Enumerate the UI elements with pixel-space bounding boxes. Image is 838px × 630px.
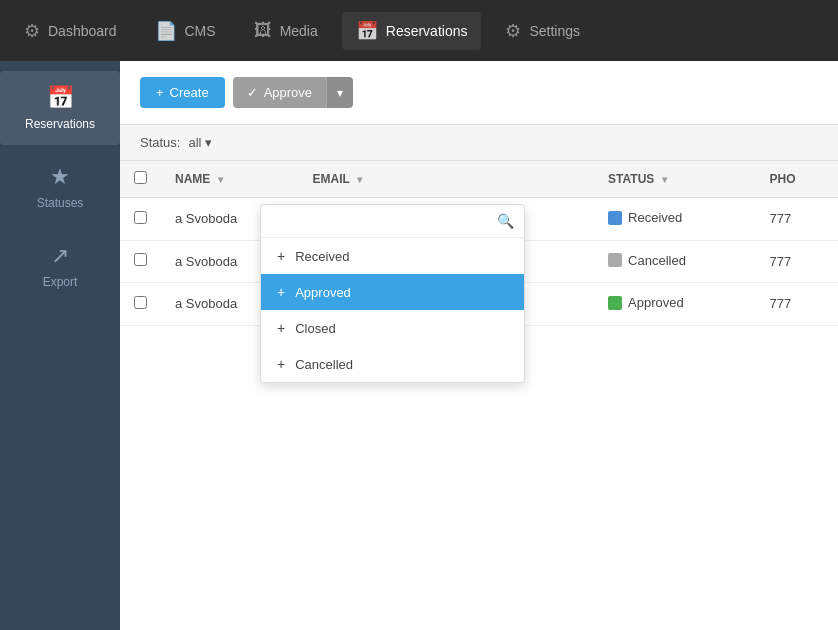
nav-label-dashboard: Dashboard [48, 23, 117, 39]
filter-bar: Status: all ▾ [120, 125, 838, 161]
dropdown-item-approved[interactable]: + Approved [261, 274, 524, 310]
dashboard-icon: ⚙ [24, 20, 40, 42]
sidebar-label-export: Export [43, 275, 78, 289]
col-phone-label: PHO [770, 172, 796, 186]
settings-icon: ⚙ [505, 20, 521, 42]
sidebar: 📅 Reservations ★ Statuses ↗ Export [0, 61, 120, 630]
sidebar-statuses-icon: ★ [50, 164, 70, 190]
cancelled-plus-icon: + [277, 356, 285, 372]
row-checkbox-0[interactable] [134, 211, 147, 224]
approve-label: Approve [264, 85, 312, 100]
nav-item-settings[interactable]: ⚙ Settings [491, 12, 594, 50]
status-label-2: Approved [628, 295, 684, 310]
status-label-1: Cancelled [628, 253, 686, 268]
status-dot-2 [608, 296, 622, 310]
approve-arrow-icon: ▾ [337, 86, 343, 100]
dropdown-item-closed[interactable]: + Closed [261, 310, 524, 346]
status-filter-label: Status: [140, 135, 180, 150]
sidebar-item-statuses[interactable]: ★ Statuses [0, 150, 120, 224]
nav-item-cms[interactable]: 📄 CMS [141, 12, 230, 50]
reservations-nav-icon: 📅 [356, 20, 378, 42]
create-button[interactable]: + Create [140, 77, 225, 108]
approve-check-icon: ✓ [247, 85, 258, 100]
media-icon: 🖼 [254, 20, 272, 41]
status-sort-icon[interactable]: ▾ [662, 174, 667, 185]
status-filter-select[interactable]: all ▾ [188, 135, 212, 150]
nav-item-media[interactable]: 🖼 Media [240, 12, 332, 49]
search-icon: 🔍 [497, 213, 514, 229]
col-name: NAME ▾ [161, 161, 299, 198]
dropdown-item-cancelled[interactable]: + Cancelled [261, 346, 524, 382]
sidebar-item-reservations[interactable]: 📅 Reservations [0, 71, 120, 145]
status-dot-0 [608, 211, 622, 225]
dropdown-item-closed-label: Closed [295, 321, 335, 336]
col-checkbox [120, 161, 161, 198]
col-email-label: EMAIL [313, 172, 350, 186]
status-dropdown: 🔍 + Received + Approved + Closed + Cance… [260, 204, 525, 383]
approve-group: ✓ Approve ▾ [233, 77, 353, 108]
nav-label-settings: Settings [529, 23, 580, 39]
sidebar-item-export[interactable]: ↗ Export [0, 229, 120, 303]
col-email: EMAIL ▾ [299, 161, 595, 198]
dropdown-item-cancelled-label: Cancelled [295, 357, 353, 372]
status-filter-value: all [188, 135, 201, 150]
cell-phone-2: 777 [756, 283, 838, 326]
cell-phone-0: 777 [756, 198, 838, 241]
row-checkbox-1[interactable] [134, 253, 147, 266]
dropdown-item-received-label: Received [295, 249, 349, 264]
nav-label-media: Media [280, 23, 318, 39]
layout: 📅 Reservations ★ Statuses ↗ Export + Cre… [0, 61, 838, 630]
cell-phone-1: 777 [756, 240, 838, 283]
select-all-checkbox[interactable] [134, 171, 147, 184]
name-sort-icon[interactable]: ▾ [218, 174, 223, 185]
dropdown-search-input[interactable] [271, 214, 497, 229]
nav-label-reservations: Reservations [386, 23, 468, 39]
sidebar-export-icon: ↗ [51, 243, 69, 269]
approve-button[interactable]: ✓ Approve [233, 77, 326, 108]
sidebar-label-reservations: Reservations [25, 117, 95, 131]
toolbar: + Create ✓ Approve ▾ [120, 61, 838, 125]
dropdown-search-bar: 🔍 [261, 205, 524, 238]
dropdown-item-approved-label: Approved [295, 285, 351, 300]
closed-plus-icon: + [277, 320, 285, 336]
nav-item-dashboard[interactable]: ⚙ Dashboard [10, 12, 131, 50]
sidebar-label-statuses: Statuses [37, 196, 84, 210]
email-sort-icon[interactable]: ▾ [357, 174, 362, 185]
table-container: 🔍 + Received + Approved + Closed + Cance… [120, 161, 838, 630]
approve-arrow-button[interactable]: ▾ [326, 77, 353, 108]
cell-status-1: Cancelled [594, 240, 755, 283]
received-plus-icon: + [277, 248, 285, 264]
status-filter-chevron: ▾ [205, 135, 212, 150]
col-status-label: STATUS [608, 172, 654, 186]
cms-icon: 📄 [155, 20, 177, 42]
dropdown-item-received[interactable]: + Received [261, 238, 524, 274]
create-label: Create [170, 85, 209, 100]
cell-status-2: Approved [594, 283, 755, 326]
approved-plus-icon: + [277, 284, 285, 300]
nav-item-reservations[interactable]: 📅 Reservations [342, 12, 482, 50]
row-checkbox-2[interactable] [134, 296, 147, 309]
nav-label-cms: CMS [185, 23, 216, 39]
status-label-0: Received [628, 210, 682, 225]
col-status: STATUS ▾ [594, 161, 755, 198]
create-plus-icon: + [156, 85, 164, 100]
col-phone: PHO [756, 161, 838, 198]
table-header: NAME ▾ EMAIL ▾ STATUS ▾ PHO [120, 161, 838, 198]
sidebar-reservations-icon: 📅 [47, 85, 74, 111]
status-dot-1 [608, 253, 622, 267]
col-name-label: NAME [175, 172, 210, 186]
main-content: + Create ✓ Approve ▾ Status: all ▾ [120, 61, 838, 630]
cell-status-0: Received [594, 198, 755, 241]
top-nav: ⚙ Dashboard 📄 CMS 🖼 Media 📅 Reservations… [0, 0, 838, 61]
